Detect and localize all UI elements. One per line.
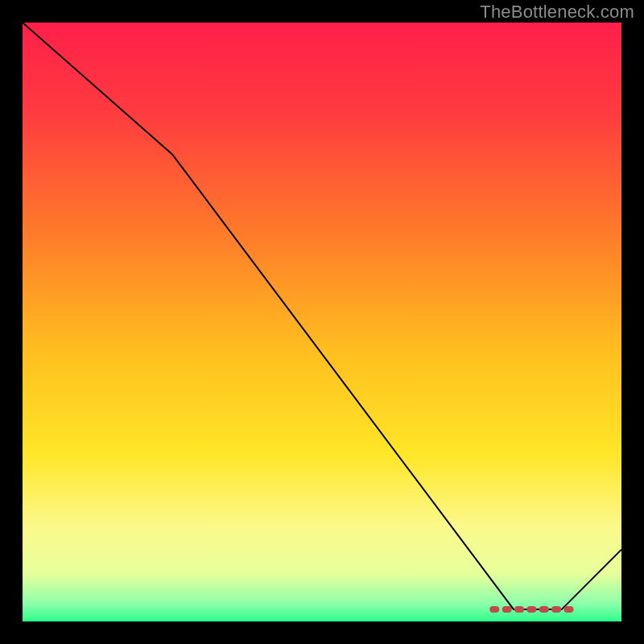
chart-svg [23,23,621,621]
gradient-background [23,23,621,621]
marker-dot [502,606,512,613]
marker-dot [539,606,549,613]
plot-area [23,23,621,621]
marker-dot [564,606,574,613]
marker-dot [526,606,536,613]
marker-dot [489,606,499,613]
chart-frame: TheBottleneck.com [0,0,644,644]
marker-dot [551,606,561,613]
watermark-label: TheBottleneck.com [480,2,634,23]
marker-dot [514,606,524,613]
